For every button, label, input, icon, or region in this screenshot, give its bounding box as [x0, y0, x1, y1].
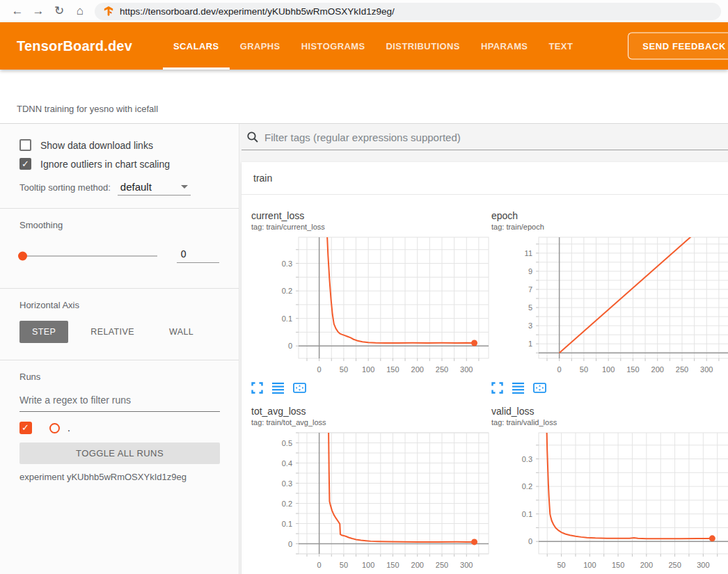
scalars-dashboard: train current_losstag: train/current_los… — [239, 124, 728, 574]
svg-text:50: 50 — [340, 365, 348, 374]
haxis-relative-button[interactable]: RELATIVE — [78, 321, 147, 343]
tab-scalars[interactable]: SCALARS — [163, 22, 230, 70]
log-scale-icon[interactable] — [272, 382, 284, 394]
fit-domain-icon[interactable] — [293, 382, 306, 394]
chart-canvas-epoch[interactable]: 0501001502002503001357911 — [491, 236, 728, 378]
svg-text:50: 50 — [340, 561, 348, 569]
sidebar-divider — [0, 288, 239, 289]
svg-text:0: 0 — [557, 365, 562, 374]
chart-card-current_loss: current_losstag: train/current_loss05010… — [251, 209, 490, 394]
chart-card-valid_loss: valid_losstag: train/valid_loss501001502… — [491, 405, 728, 574]
url-text: https://tensorboard.dev/experiment/yKUbh… — [120, 6, 395, 17]
chart-title: tot_avg_loss — [251, 405, 490, 417]
smoothing-label: Smoothing — [19, 220, 219, 230]
tooltip-sorting-dropdown[interactable]: default — [118, 181, 191, 196]
experiment-id-label: experiment yKUbhb5wRmOSXYkId1z9eg — [19, 472, 219, 482]
run-color-circle-icon — [49, 423, 60, 433]
filter-tags-row — [242, 131, 728, 150]
sidebar-divider — [0, 208, 239, 209]
chart-card-tot_avg_loss: tot_avg_losstag: train/tot_avg_loss05010… — [251, 405, 490, 574]
tooltip-sorting-value: default — [120, 181, 152, 193]
smoothing-value-field[interactable]: 0 — [177, 248, 219, 263]
back-icon[interactable]: ← — [7, 0, 28, 22]
svg-text:150: 150 — [386, 365, 399, 374]
sidebar-divider — [0, 360, 239, 360]
reload-icon[interactable]: ↻ — [49, 0, 70, 22]
app-header: TensorBoard.dev SCALARSGRAPHSHISTOGRAMSD… — [0, 22, 728, 70]
svg-text:0.3: 0.3 — [282, 479, 292, 488]
svg-text:0.4: 0.4 — [282, 459, 292, 468]
chart-card-epoch: epochtag: train/epoch0501001502002503001… — [491, 209, 728, 394]
browser-toolbar: ← → ↻ ⌂ https://tensorboard.dev/experime… — [0, 0, 728, 22]
home-icon[interactable]: ⌂ — [70, 0, 90, 22]
chart-tag-label: tag: train/epoch — [491, 222, 728, 232]
filter-tags-input[interactable] — [264, 131, 728, 143]
svg-text:0.5: 0.5 — [282, 439, 292, 447]
tensorboard-logo-icon — [103, 6, 114, 17]
svg-text:0.1: 0.1 — [522, 510, 532, 518]
svg-text:1: 1 — [528, 340, 532, 348]
address-bar[interactable]: https://tensorboard.dev/experiment/yKUbh… — [95, 3, 721, 20]
send-feedback-button[interactable]: SEND FEEDBACK — [628, 33, 728, 60]
svg-text:0.1: 0.1 — [282, 520, 292, 528]
checkbox-unchecked-icon[interactable] — [19, 139, 31, 151]
experiment-subtitle-bar: TDNN training for yesno with icefall — [0, 70, 728, 124]
svg-text:0.2: 0.2 — [282, 287, 292, 295]
tab-histograms[interactable]: HISTOGRAMS — [291, 22, 376, 70]
runs-label: Runs — [19, 372, 219, 382]
smoothing-slider[interactable] — [19, 255, 157, 257]
search-icon — [246, 131, 259, 143]
svg-text:100: 100 — [362, 365, 374, 374]
svg-text:250: 250 — [436, 365, 448, 374]
train-section-header[interactable]: train — [242, 162, 728, 195]
svg-text:150: 150 — [612, 561, 624, 569]
chart-tag-label: tag: train/current_loss — [251, 222, 490, 232]
fit-domain-icon[interactable] — [533, 382, 546, 394]
show-download-links-checkbox-row[interactable]: Show data download links — [19, 139, 219, 151]
expand-chart-icon[interactable] — [251, 382, 263, 394]
svg-text:300: 300 — [460, 365, 473, 374]
ignore-outliers-checkbox-row[interactable]: Ignore outliers in chart scaling — [19, 158, 219, 170]
runs-regex-input[interactable] — [19, 390, 220, 412]
svg-text:11: 11 — [525, 249, 532, 257]
chart-toolbar — [251, 382, 490, 394]
haxis-wall-button[interactable]: WALL — [157, 321, 206, 343]
toggle-all-runs-button[interactable]: TOGGLE ALL RUNS — [19, 443, 220, 464]
checkbox-checked-icon[interactable] — [19, 158, 31, 170]
svg-text:0: 0 — [288, 540, 292, 548]
chart-canvas-tot_avg_loss[interactable]: 05010015020025030000.10.20.30.40.5 — [251, 431, 490, 573]
expand-chart-icon[interactable] — [491, 382, 503, 394]
svg-text:3: 3 — [528, 321, 532, 330]
svg-text:9: 9 — [528, 267, 532, 276]
chart-title: current_loss — [251, 209, 490, 222]
forward-icon[interactable]: → — [28, 0, 49, 22]
svg-text:100: 100 — [583, 561, 596, 569]
svg-text:7: 7 — [528, 285, 532, 294]
horizontal-axis-label: Horizontal Axis — [19, 300, 219, 310]
train-section-card: train current_losstag: train/current_los… — [242, 162, 728, 574]
svg-text:250: 250 — [668, 561, 681, 569]
svg-text:0.2: 0.2 — [282, 500, 292, 508]
run-name: . — [68, 422, 70, 433]
chevron-down-icon — [181, 185, 188, 189]
tab-graphs[interactable]: GRAPHS — [230, 22, 291, 70]
svg-text:0.1: 0.1 — [282, 314, 292, 323]
chart-tag-label: tag: train/valid_loss — [491, 417, 728, 427]
svg-text:50: 50 — [557, 561, 565, 569]
svg-text:150: 150 — [626, 365, 639, 374]
smoothing-slider-thumb[interactable] — [18, 251, 27, 260]
haxis-step-button[interactable]: STEP — [19, 321, 68, 343]
log-scale-icon[interactable] — [512, 382, 524, 394]
run-checkbox-checked-icon[interactable] — [19, 422, 32, 434]
tab-hparams[interactable]: HPARAMS — [470, 22, 539, 70]
show-download-links-label: Show data download links — [40, 140, 153, 151]
svg-text:300: 300 — [460, 561, 473, 569]
run-list-item[interactable]: . — [19, 422, 219, 434]
svg-text:0: 0 — [528, 537, 532, 545]
tab-distributions[interactable]: DISTRIBUTIONS — [376, 22, 470, 70]
chart-canvas-valid_loss[interactable]: 5010015020025030000.10.20.3 — [491, 431, 728, 573]
svg-text:5: 5 — [528, 303, 532, 312]
chart-title: epoch — [491, 209, 728, 222]
tab-text[interactable]: TEXT — [538, 22, 583, 70]
chart-canvas-current_loss[interactable]: 05010015020025030000.10.20.3 — [251, 236, 490, 378]
